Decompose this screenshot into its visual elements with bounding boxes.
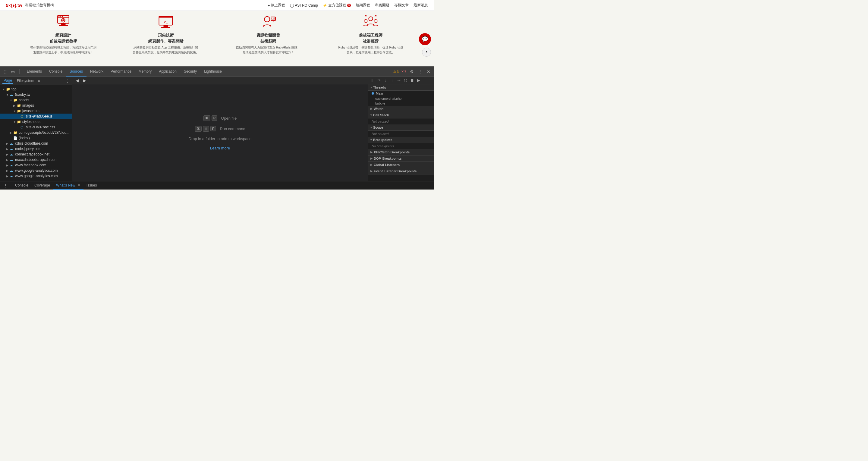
tree-item-cdnjs[interactable]: ▶ ☁ cdnjs.cloudflare.com xyxy=(0,141,72,146)
tree-item-stylesheets[interactable]: ▾ 📁 stylesheets xyxy=(0,119,72,124)
tree-item-top[interactable]: ▾ 📁 top xyxy=(0,87,72,92)
tree-item-site-js[interactable]: ⬡ site-94ad05ee.js xyxy=(0,114,72,119)
section-xhr-header[interactable]: ▶ XHR/fetch Breakpoints xyxy=(368,149,434,155)
tab-lighthouse[interactable]: Lighthouse xyxy=(200,67,225,76)
tree-item-jquery[interactable]: ▶ ☁ code.jquery.com xyxy=(0,146,72,152)
debug-step-btn[interactable]: ⇥ xyxy=(396,78,402,84)
cloud-icon-bootstrap: ☁ xyxy=(10,158,14,162)
card-software-dev-title: 資訊軟體開發技術顧問 xyxy=(256,32,280,44)
file-tree-tab-filesystem[interactable]: Filesystem xyxy=(16,78,35,84)
nav-item-online-course[interactable]: ♦ 線上課程 xyxy=(268,3,285,8)
website-area: 5×{♦}.tw 專業程式教育機構 ♦ 線上課程 ◯ ASTRO Camp ⚡ … xyxy=(0,0,434,66)
thread-item-main[interactable]: Main xyxy=(368,91,434,96)
tree-label-5xruby: 5xruby.tw xyxy=(15,92,30,97)
source-nav-back[interactable]: ◀ xyxy=(74,78,80,84)
devtools-device-icon[interactable]: ▭ xyxy=(10,69,16,75)
tree-menu-icon[interactable]: ⋮ xyxy=(66,79,70,83)
tab-security[interactable]: Security xyxy=(180,67,200,76)
tree-item-facebook[interactable]: ▶ ☁ connect.facebook.net xyxy=(0,152,72,157)
tab-memory[interactable]: Memory xyxy=(135,67,155,76)
tree-label-assets: assets xyxy=(19,98,29,102)
section-arrow-scope: ▾ xyxy=(370,126,372,129)
tree-arrow-5xruby: ▾ xyxy=(5,93,9,96)
source-area: ◀ ▶ ⌘ P Open file ⌘ ⇧ P Run xyxy=(72,76,368,181)
debug-step-over-btn[interactable]: ↷ xyxy=(376,78,382,84)
section-scope-header[interactable]: ▾ Scope xyxy=(368,124,434,131)
section-global-label: Global Listeners xyxy=(374,163,400,166)
bottom-tab-whatsnew[interactable]: What's New ✕ xyxy=(53,181,84,190)
card-fullstack: 前後端工程師社群經營 Ruby 社群經營、舉辦各類活動，促進 Ruby 社群發展… xyxy=(338,14,404,63)
bottom-tab-console[interactable]: Console xyxy=(12,181,31,190)
section-arrow-event: ▶ xyxy=(370,170,373,173)
debug-stop-btn[interactable]: ⏹ xyxy=(409,78,415,84)
devtools-close-icon[interactable]: ✕ xyxy=(426,69,432,75)
section-event-label: Event Listener Breakpoints xyxy=(374,169,416,173)
svg-point-28 xyxy=(374,20,377,23)
tree-item-fbdomain[interactable]: ▶ ☁ www.facebook.com xyxy=(0,162,72,168)
thread-sub-bubble[interactable]: bubble xyxy=(368,101,434,106)
tree-item-images[interactable]: ▶ 📁 images xyxy=(0,103,72,108)
devtools-settings-icon[interactable]: ⚙ xyxy=(409,69,415,75)
nav-item-astro[interactable]: ◯ ASTRO Camp xyxy=(290,3,318,8)
file-tree-more[interactable]: » xyxy=(38,78,40,83)
source-nav-forward[interactable]: ▶ xyxy=(82,78,87,84)
tree-item-cdn-cgi[interactable]: ▶ 📁 cdn-cgi/scripts/5c5dd728/clou... xyxy=(0,130,72,135)
nav-item-fullcourse[interactable]: ⚡ 全方位課程 N xyxy=(323,3,351,8)
debug-deactivate-btn[interactable]: ⬡ xyxy=(402,78,408,84)
shortcut-keys-run: ⌘ ⇧ P xyxy=(195,126,216,132)
debug-pause-btn[interactable]: ⏸ xyxy=(369,78,375,84)
section-arrow-callstack: ▾ xyxy=(370,114,372,117)
tree-item-site-css[interactable]: ⬡ site-d0a07bbc.css xyxy=(0,124,72,130)
shortcut-run-label: Run command xyxy=(220,127,245,131)
tab-sources[interactable]: Sources xyxy=(66,67,87,76)
tab-network[interactable]: Network xyxy=(87,67,107,76)
devtools-panel: ⬚ ▭ Elements Console Sources Network Per… xyxy=(0,66,434,189)
tree-item-javascripts[interactable]: ▾ 📁 javascripts xyxy=(0,108,72,114)
bottom-tab-whatsnew-close[interactable]: ✕ xyxy=(78,183,81,187)
section-event-header[interactable]: ▶ Event Listener Breakpoints xyxy=(368,168,434,175)
tree-item-assets[interactable]: ▾ 📁 assets xyxy=(0,97,72,103)
nav-item-project[interactable]: 專案開發 xyxy=(375,3,390,8)
debug-step-into-btn[interactable]: ↓ xyxy=(382,78,389,84)
section-callstack-header[interactable]: ▾ Call Stack xyxy=(368,112,434,118)
file-tree-tab-page[interactable]: Page xyxy=(2,78,13,84)
devtools-more-icon[interactable]: ⋮ xyxy=(417,69,423,75)
tree-item-index[interactable]: 📄 (index) xyxy=(0,135,72,141)
section-breakpoints-header[interactable]: ▾ Breakpoints xyxy=(368,137,434,143)
debug-forward-btn[interactable]: ▶ xyxy=(415,78,422,84)
nav-item-column[interactable]: 專欄文章 xyxy=(394,3,409,8)
tree-item-ga2[interactable]: ▶ ☁ www.google-analytics.com xyxy=(0,173,72,179)
devtools-inspect-icon[interactable]: ⬚ xyxy=(2,69,8,75)
card-web-design-desc: 帶你掌握程式技能轉職工程師，程式課程從入門到進階讓你快速上手，學員好評推薦轉職課… xyxy=(30,45,96,55)
tab-console[interactable]: Console xyxy=(45,67,66,76)
folder-icon-images: 📁 xyxy=(17,104,21,107)
bottom-tab-issues[interactable]: Issues xyxy=(84,181,100,190)
tree-item-bootstrap[interactable]: ▶ ☁ maxcdn.bootstrapcdn.com xyxy=(0,157,72,162)
tab-performance[interactable]: Performance xyxy=(107,67,135,76)
tab-elements[interactable]: Elements xyxy=(23,67,45,76)
nav-item-news[interactable]: 最新消息 xyxy=(413,3,428,8)
cloud-icon-fbdomain: ☁ xyxy=(10,163,14,167)
debug-step-out-btn[interactable]: ↑ xyxy=(389,78,395,84)
nav-item-short[interactable]: 短期課程 xyxy=(355,3,370,8)
section-global-header[interactable]: ▶ Global Listeners xyxy=(368,162,434,168)
collapse-button[interactable]: ∧ xyxy=(422,48,431,57)
section-threads-label: Threads xyxy=(373,86,386,89)
bottom-tab-coverage[interactable]: Coverage xyxy=(31,181,53,190)
devtools-tabs: Elements Console Sources Network Perform… xyxy=(23,67,391,76)
tree-item-5xruby[interactable]: ▾ ☁ 5xruby.tw xyxy=(0,92,72,97)
tree-label-cdn-cgi: cdn-cgi/scripts/5c5dd728/clou... xyxy=(19,130,69,135)
shortcut-keys-open: ⌘ P xyxy=(204,115,217,121)
section-threads-header[interactable]: ▾ Threads xyxy=(368,84,434,91)
bottom-tabs: Console Coverage What's New ✕ Issues xyxy=(12,181,100,190)
learn-more-link[interactable]: Learn more xyxy=(210,146,230,150)
chat-bubble-button[interactable]: 💬 xyxy=(419,33,431,45)
section-dom-header[interactable]: ▶ DOM Breakpoints xyxy=(368,155,434,162)
thread-sub-customerchat[interactable]: customerchat.php xyxy=(368,96,434,101)
tab-application[interactable]: Application xyxy=(155,67,180,76)
section-watch-header[interactable]: ▶ Watch xyxy=(368,106,434,112)
bottom-menu-icon[interactable]: ⋮ xyxy=(2,183,8,189)
tree-item-ga1[interactable]: ▶ ☁ www.google-analytics.com xyxy=(0,168,72,173)
tree-arrow-assets: ▾ xyxy=(9,98,13,102)
logo[interactable]: 5×{♦}.tw 專業程式教育機構 xyxy=(6,3,54,8)
